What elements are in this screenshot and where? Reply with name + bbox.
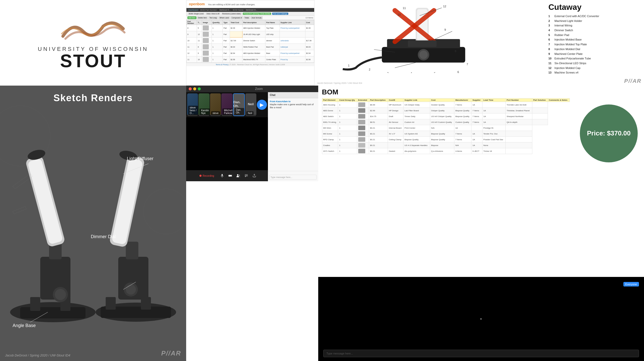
delete-item-button[interactable]: Delete Item bbox=[197, 16, 208, 19]
bom-row[interactable]: 6061-T4 string1 $8.51AV-SensorCustom Int… bbox=[322, 119, 570, 125]
col-cost: Cost bbox=[305, 20, 314, 25]
recording-label: Recording bbox=[203, 174, 214, 177]
cutaway-right-text: Cutaway 1External Cord with AC/DC Conver… bbox=[548, 3, 644, 75]
openbom-notice: You are editing a BOM and can make chang… bbox=[208, 3, 255, 6]
price-label: Price: $370.00 bbox=[587, 129, 630, 138]
text-snap-button[interactable]: Text snap bbox=[208, 16, 218, 19]
bom-col-comments: Comments & Notes bbox=[548, 98, 570, 102]
bom-row[interactable]: M6 Shim1 $0.21Internal BoardPrint Center… bbox=[322, 125, 570, 131]
cutaway-device-svg: 9 12 8 7 6 5 4 3 2 1 10 11 bbox=[314, 0, 553, 73]
openbom-production[interactable]: Production planning: Order BOMs bbox=[243, 13, 271, 15]
col-description: Part description bbox=[242, 20, 265, 25]
add-item-button[interactable]: Add item bbox=[187, 16, 196, 19]
table-row[interactable]: 1011 1Part$17.99 Dimmer Switchdimmer unf… bbox=[187, 38, 314, 44]
where-used-button[interactable]: Where used bbox=[218, 16, 230, 19]
cutaway-pilar: P//AR bbox=[624, 78, 641, 84]
bom-row[interactable]: ABS Switch1 $14.75DraftTrimer DailyUS In… bbox=[322, 114, 570, 119]
svg-text:1: 1 bbox=[348, 64, 349, 67]
bom-row[interactable]: 2071 Switch1 $0.21GasketAlu-polymersQ.a-… bbox=[322, 148, 570, 154]
chat-from-label: From KassAdam to bbox=[270, 100, 316, 103]
openbom-part-catalogs[interactable]: Part and Catalogs bbox=[272, 13, 288, 15]
table-row[interactable]: 118 1Part$0.03 Nitrile Rubber PadBack Pa… bbox=[187, 44, 314, 50]
footer-copyright: © 2020 - Newman Cloud Inc. All Right Res… bbox=[230, 64, 268, 65]
zoom-participant-karstin[interactable]: Karstin Nye bbox=[198, 93, 209, 116]
bom-col-lead: Lead Time bbox=[482, 98, 505, 102]
close-dot[interactable] bbox=[189, 87, 192, 90]
svg-rect-48 bbox=[126, 242, 138, 259]
zoom-participant-mitchell[interactable]: Mitchell Parkow bbox=[221, 93, 232, 116]
bom-col-ps: Part Solution bbox=[532, 98, 548, 102]
bom-row[interactable]: M6 Screw1 $0.214V x 3"US System ASBispos… bbox=[322, 131, 570, 137]
composed-of-button[interactable]: Composed of bbox=[230, 16, 243, 19]
cutaway-panel: 9 12 8 7 6 5 4 3 2 1 10 11 Cutaway 1Exte… bbox=[314, 0, 644, 86]
stout-text: STOUT bbox=[60, 52, 126, 69]
price-circle: Price: $370.00 bbox=[580, 104, 638, 162]
footer-version: Version: build-11909 bbox=[269, 64, 285, 65]
openbom-dashboard-link[interactable]: Dashboard bbox=[188, 9, 198, 11]
participant-name-mitchell: Mitchell Parkow bbox=[222, 109, 232, 115]
zoom-chat-button[interactable] bbox=[244, 174, 248, 178]
openbom-single-level[interactable]: BOM: Single Level bbox=[188, 13, 205, 15]
zoom-participant-neil[interactable]: Neil Neil bbox=[245, 93, 256, 116]
table-row[interactable]: 1110 1Part$2.56 Machined 6061-T4Center P… bbox=[187, 56, 314, 63]
zoom-controls-bar: Recording bbox=[186, 170, 268, 181]
zoom-camera-button[interactable] bbox=[228, 174, 232, 178]
svg-text:10: 10 bbox=[397, 13, 401, 16]
zoom-participant-dan[interactable]: Dan. Oh. Dan. Oh. bbox=[233, 93, 245, 116]
svg-point-59 bbox=[239, 175, 240, 176]
openbom-header: openbom You are editing a BOM and can ma… bbox=[186, 0, 314, 8]
svg-rect-32 bbox=[30, 297, 40, 311]
zoom-share-button[interactable] bbox=[252, 174, 256, 178]
openbom-view[interactable]: View: View is off bbox=[206, 13, 220, 15]
openbom-actions-bar: Add item Delete Item Text snap Where use… bbox=[186, 16, 314, 20]
table-row[interactable]: 912 1Part 16.4ft LED Strip LightLED stri… bbox=[187, 31, 314, 38]
bom-row[interactable]: RPD Clamp1 $0.21Ceiling ClampBispose Qua… bbox=[322, 137, 570, 142]
angle-base-label: Angle Base bbox=[13, 323, 36, 328]
zoom-mic-button[interactable] bbox=[220, 174, 224, 178]
col-quantity: Quantity bbox=[212, 20, 223, 25]
col-part-number: PartNumber bbox=[187, 20, 197, 25]
bom-col-pn: Port Number bbox=[506, 98, 532, 102]
uw-stout-sketch-logo bbox=[58, 16, 128, 44]
openbom-bom-header: BOM: Single Level View: View is off Revi… bbox=[186, 12, 314, 16]
totals-button[interactable]: Totals bbox=[244, 16, 250, 19]
bom-col-desc: Part Description bbox=[369, 98, 388, 102]
bom-row[interactable]: ABS Dome1 $2.99HP DesignLab Filter Board… bbox=[322, 108, 570, 114]
bom-col-ext: Extended bbox=[357, 98, 369, 102]
bom-row[interactable]: Cradles1 $0.21US 4-3 Separate HandlesBis… bbox=[322, 142, 570, 148]
expand-dot[interactable] bbox=[198, 87, 201, 90]
openbom-revisions[interactable]: Revisions (Latest state) bbox=[221, 13, 242, 15]
sketch-title: Sketch Renders bbox=[0, 93, 186, 103]
col-total-cost: Total Cost bbox=[230, 20, 242, 25]
price-circle-area: Price: $370.00 bbox=[574, 86, 644, 181]
participant-name-steve: steve bbox=[211, 111, 220, 115]
zoom-participant-steve[interactable]: steve bbox=[210, 93, 221, 116]
svg-point-8 bbox=[419, 51, 428, 59]
openbom-bom-part-value: DeGroot O... bbox=[219, 9, 231, 11]
chat-message: Maybe make one s game would help sort of… bbox=[270, 103, 316, 109]
type-message-input[interactable]: Type message here... bbox=[323, 350, 639, 357]
svg-text:6: 6 bbox=[457, 70, 459, 73]
zoom-toolbar: Zoom bbox=[186, 86, 318, 92]
zoom-participants-button[interactable] bbox=[236, 174, 240, 178]
table-row[interactable]: 85 1Part$2.39 ABS Injection MoldedTop Pl… bbox=[187, 25, 314, 31]
col-part-name: Part Name bbox=[265, 20, 280, 25]
table-row[interactable]: 129 1Part$2.94 ABS Injection MoldedBase … bbox=[187, 50, 314, 56]
svg-point-36 bbox=[55, 289, 66, 300]
bom-table: PartNumber T... Image Quantity Type Tota… bbox=[186, 20, 314, 63]
dimmer-dial-label: Dimmer Dial bbox=[91, 234, 116, 239]
auto-formula-button[interactable]: Auto formula bbox=[251, 16, 263, 19]
chat-input-placeholder: Type message here... bbox=[269, 175, 317, 180]
zoom-chat-panel: Chat From KassAdam to Maybe make one s g… bbox=[268, 92, 318, 181]
zoom-participant-steve-hess[interactable]: steve hess / O... bbox=[187, 93, 198, 116]
zoom-next-button[interactable]: ▶ bbox=[257, 100, 267, 110]
svg-text:12: 12 bbox=[443, 5, 446, 8]
minimize-dot[interactable] bbox=[193, 87, 196, 90]
light-diffuser-label: Light Diffuser bbox=[127, 156, 153, 161]
cutaway-legend: 1External Cord with AC/DC Converter 2Mac… bbox=[548, 14, 644, 75]
bom-row[interactable]: ABS Housing1 $6.99MP AluminumUS Oshper D… bbox=[322, 102, 570, 108]
bottom-right-container: Zoom steve hess / O... Karstin Nye bbox=[186, 86, 644, 361]
cutaway-title: Cutaway bbox=[548, 3, 644, 12]
sketch-render-svg bbox=[0, 86, 186, 361]
footer-terms[interactable]: Terms & Privacy bbox=[216, 64, 228, 65]
